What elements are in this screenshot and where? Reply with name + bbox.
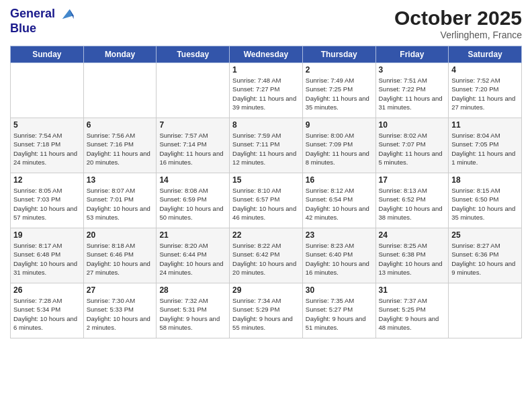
day-cell-0-3: 1Sunrise: 7:48 AM Sunset: 7:27 PM Daylig… — [230, 63, 303, 118]
title-block: October 2025 Verlinghem, France — [394, 7, 522, 40]
day-cell-2-3: 15Sunrise: 8:10 AM Sunset: 6:57 PM Dayli… — [230, 173, 303, 228]
day-info: Sunrise: 8:27 AM Sunset: 6:36 PM Dayligh… — [451, 241, 519, 277]
day-info: Sunrise: 7:51 AM Sunset: 7:22 PM Dayligh… — [379, 76, 446, 111]
day-info: Sunrise: 8:18 AM Sunset: 6:46 PM Dayligh… — [87, 241, 154, 277]
day-cell-0-5: 3Sunrise: 7:51 AM Sunset: 7:22 PM Daylig… — [375, 63, 449, 118]
day-info: Sunrise: 7:56 AM Sunset: 7:16 PM Dayligh… — [87, 131, 154, 167]
day-number: 18 — [451, 175, 519, 185]
day-number: 22 — [232, 230, 300, 240]
day-info: Sunrise: 7:59 AM Sunset: 7:11 PM Dayligh… — [232, 131, 300, 167]
day-cell-3-0: 19Sunrise: 8:17 AM Sunset: 6:48 PM Dayli… — [11, 228, 84, 283]
col-monday: Monday — [83, 46, 157, 63]
day-number: 6 — [87, 120, 154, 130]
day-number: 27 — [87, 285, 154, 295]
day-number: 23 — [306, 230, 373, 240]
day-info: Sunrise: 7:48 AM Sunset: 7:27 PM Dayligh… — [232, 76, 300, 111]
day-info: Sunrise: 7:34 AM Sunset: 5:29 PM Dayligh… — [232, 296, 300, 332]
day-number: 28 — [159, 285, 226, 295]
day-info: Sunrise: 8:08 AM Sunset: 6:59 PM Dayligh… — [159, 186, 226, 222]
col-saturday: Saturday — [449, 46, 522, 63]
day-cell-4-5: 31Sunrise: 7:37 AM Sunset: 5:25 PM Dayli… — [375, 283, 449, 338]
day-info: Sunrise: 8:17 AM Sunset: 6:48 PM Dayligh… — [13, 241, 81, 277]
day-info: Sunrise: 8:12 AM Sunset: 6:54 PM Dayligh… — [306, 186, 373, 222]
day-info: Sunrise: 7:35 AM Sunset: 5:27 PM Dayligh… — [306, 296, 373, 332]
day-number: 26 — [13, 285, 81, 295]
col-sunday: Sunday — [11, 46, 84, 63]
day-info: Sunrise: 8:20 AM Sunset: 6:44 PM Dayligh… — [159, 241, 226, 277]
day-cell-2-0: 12Sunrise: 8:05 AM Sunset: 7:03 PM Dayli… — [11, 173, 84, 228]
day-cell-4-2: 28Sunrise: 7:32 AM Sunset: 5:31 PM Dayli… — [157, 283, 230, 338]
week-row-3: 19Sunrise: 8:17 AM Sunset: 6:48 PM Dayli… — [11, 228, 522, 283]
day-info: Sunrise: 8:04 AM Sunset: 7:05 PM Dayligh… — [451, 131, 519, 167]
day-cell-1-6: 11Sunrise: 8:04 AM Sunset: 7:05 PM Dayli… — [449, 118, 522, 173]
col-tuesday: Tuesday — [157, 46, 230, 63]
day-cell-3-3: 22Sunrise: 8:22 AM Sunset: 6:42 PM Dayli… — [230, 228, 303, 283]
day-cell-3-6: 25Sunrise: 8:27 AM Sunset: 6:36 PM Dayli… — [449, 228, 522, 283]
day-cell-1-0: 5Sunrise: 7:54 AM Sunset: 7:18 PM Daylig… — [11, 118, 84, 173]
week-row-4: 26Sunrise: 7:28 AM Sunset: 5:34 PM Dayli… — [11, 283, 522, 338]
day-info: Sunrise: 7:57 AM Sunset: 7:14 PM Dayligh… — [159, 131, 226, 167]
day-cell-4-6 — [449, 283, 522, 338]
day-number: 13 — [87, 175, 154, 185]
day-cell-0-4: 2Sunrise: 7:49 AM Sunset: 7:25 PM Daylig… — [302, 63, 375, 118]
day-info: Sunrise: 8:02 AM Sunset: 7:07 PM Dayligh… — [379, 131, 446, 167]
day-number: 21 — [159, 230, 226, 240]
day-cell-0-1 — [83, 63, 157, 118]
day-number: 11 — [451, 120, 519, 130]
day-cell-4-3: 29Sunrise: 7:34 AM Sunset: 5:29 PM Dayli… — [230, 283, 303, 338]
day-cell-2-4: 16Sunrise: 8:12 AM Sunset: 6:54 PM Dayli… — [302, 173, 375, 228]
day-number: 25 — [451, 230, 519, 240]
day-number: 8 — [232, 120, 300, 130]
day-info: Sunrise: 7:37 AM Sunset: 5:25 PM Dayligh… — [379, 296, 446, 332]
day-info: Sunrise: 8:05 AM Sunset: 7:03 PM Dayligh… — [13, 186, 81, 222]
day-number: 10 — [379, 120, 446, 130]
day-info: Sunrise: 8:10 AM Sunset: 6:57 PM Dayligh… — [232, 186, 300, 222]
day-cell-2-5: 17Sunrise: 8:13 AM Sunset: 6:52 PM Dayli… — [375, 173, 449, 228]
logo-icon — [60, 7, 75, 21]
day-number: 2 — [306, 65, 373, 75]
day-info: Sunrise: 8:22 AM Sunset: 6:42 PM Dayligh… — [232, 241, 300, 277]
logo: General Blue — [10, 7, 75, 36]
day-cell-0-6: 4Sunrise: 7:52 AM Sunset: 7:20 PM Daylig… — [449, 63, 522, 118]
day-info: Sunrise: 8:07 AM Sunset: 7:01 PM Dayligh… — [87, 186, 154, 222]
page: General Blue October 2025 Verlinghem, Fr… — [0, 0, 532, 411]
day-number: 30 — [306, 285, 373, 295]
day-cell-4-0: 26Sunrise: 7:28 AM Sunset: 5:34 PM Dayli… — [11, 283, 84, 338]
day-number: 7 — [159, 120, 226, 130]
day-cell-1-1: 6Sunrise: 7:56 AM Sunset: 7:16 PM Daylig… — [83, 118, 157, 173]
calendar-header-row: Sunday Monday Tuesday Wednesday Thursday… — [11, 46, 522, 63]
col-thursday: Thursday — [302, 46, 375, 63]
week-row-1: 5Sunrise: 7:54 AM Sunset: 7:18 PM Daylig… — [11, 118, 522, 173]
day-info: Sunrise: 8:15 AM Sunset: 6:50 PM Dayligh… — [451, 186, 519, 222]
day-info: Sunrise: 8:13 AM Sunset: 6:52 PM Dayligh… — [379, 186, 446, 222]
week-row-2: 12Sunrise: 8:05 AM Sunset: 7:03 PM Dayli… — [11, 173, 522, 228]
day-cell-1-2: 7Sunrise: 7:57 AM Sunset: 7:14 PM Daylig… — [157, 118, 230, 173]
day-number: 4 — [451, 65, 519, 75]
day-number: 14 — [159, 175, 226, 185]
day-cell-3-2: 21Sunrise: 8:20 AM Sunset: 6:44 PM Dayli… — [157, 228, 230, 283]
day-number: 3 — [379, 65, 446, 75]
day-cell-4-4: 30Sunrise: 7:35 AM Sunset: 5:27 PM Dayli… — [302, 283, 375, 338]
day-cell-1-5: 10Sunrise: 8:02 AM Sunset: 7:07 PM Dayli… — [375, 118, 449, 173]
header: General Blue October 2025 Verlinghem, Fr… — [10, 7, 522, 40]
day-info: Sunrise: 8:23 AM Sunset: 6:40 PM Dayligh… — [306, 241, 373, 277]
logo-line2: Blue — [10, 21, 75, 36]
day-number: 1 — [232, 65, 300, 75]
day-number: 12 — [13, 175, 81, 185]
day-number: 20 — [87, 230, 154, 240]
logo-text: General — [10, 7, 75, 21]
day-cell-4-1: 27Sunrise: 7:30 AM Sunset: 5:33 PM Dayli… — [83, 283, 157, 338]
day-info: Sunrise: 8:25 AM Sunset: 6:38 PM Dayligh… — [379, 241, 446, 277]
location-title: Verlinghem, France — [394, 30, 522, 40]
col-wednesday: Wednesday — [230, 46, 303, 63]
day-cell-2-6: 18Sunrise: 8:15 AM Sunset: 6:50 PM Dayli… — [449, 173, 522, 228]
day-cell-0-2 — [157, 63, 230, 118]
calendar-table: Sunday Monday Tuesday Wednesday Thursday… — [10, 46, 522, 338]
day-cell-2-2: 14Sunrise: 8:08 AM Sunset: 6:59 PM Dayli… — [157, 173, 230, 228]
day-info: Sunrise: 8:00 AM Sunset: 7:09 PM Dayligh… — [306, 131, 373, 167]
day-info: Sunrise: 7:28 AM Sunset: 5:34 PM Dayligh… — [13, 296, 81, 332]
day-cell-2-1: 13Sunrise: 8:07 AM Sunset: 7:01 PM Dayli… — [83, 173, 157, 228]
week-row-0: 1Sunrise: 7:48 AM Sunset: 7:27 PM Daylig… — [11, 63, 522, 118]
day-cell-3-4: 23Sunrise: 8:23 AM Sunset: 6:40 PM Dayli… — [302, 228, 375, 283]
month-title: October 2025 — [394, 7, 522, 30]
